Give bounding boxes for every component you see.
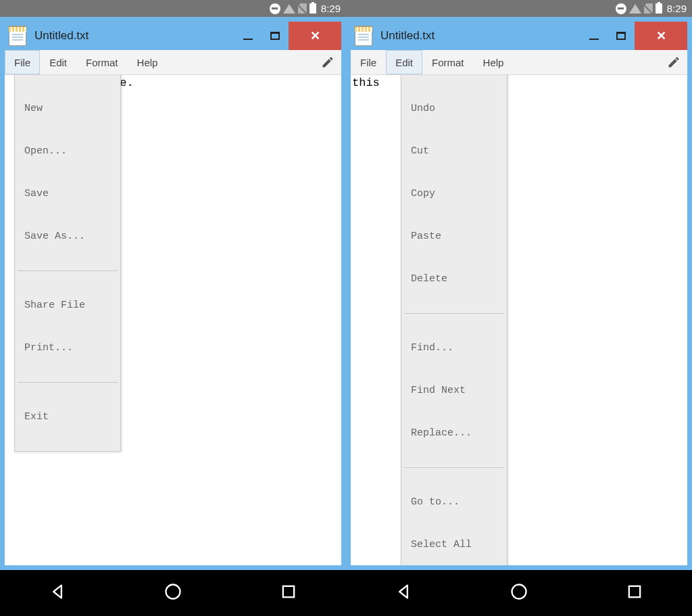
- screenshot-left: 8:29 Untitled.txt ✕ File Edit Format Hel…: [0, 0, 346, 570]
- file-menu-dropdown: New Open... Save Save As... Share File P…: [14, 75, 121, 452]
- file-menu-exit[interactable]: Exit: [15, 407, 120, 427]
- notepad-app-icon: [9, 26, 26, 46]
- svg-rect-3: [628, 586, 639, 597]
- menu-format[interactable]: Format: [422, 50, 474, 74]
- menubar: File Edit Format Help: [5, 50, 341, 75]
- edit-menu-selectall[interactable]: Select All: [401, 535, 507, 554]
- dnd-icon: [616, 3, 626, 14]
- window-buttons: ✕: [580, 22, 687, 50]
- menu-help[interactable]: Help: [474, 50, 514, 74]
- edit-menu-copy[interactable]: Copy: [401, 184, 507, 204]
- file-menu-share[interactable]: Share File: [15, 295, 120, 315]
- file-menu-open[interactable]: Open...: [15, 141, 120, 161]
- edit-menu-undo[interactable]: Undo: [401, 99, 507, 118]
- battery-icon: [310, 3, 316, 14]
- minimize-button[interactable]: [580, 22, 608, 50]
- edit-menu-paste[interactable]: Paste: [401, 227, 507, 246]
- maximize-button[interactable]: [262, 22, 289, 50]
- status-bar: 8:29: [0, 0, 346, 17]
- window-buttons: ✕: [234, 22, 341, 50]
- menu-edit[interactable]: Edit: [40, 50, 76, 74]
- text-area[interactable]: te. New Open... Save Save As... Share Fi…: [5, 75, 341, 565]
- notepad-window: Untitled.txt ✕ File Edit Format Help te.: [4, 21, 342, 566]
- text-area[interactable]: this Undo Cut Copy Paste Delete Find... …: [351, 75, 687, 565]
- edit-menu-find[interactable]: Find...: [401, 338, 507, 358]
- recent-apps-button[interactable]: [625, 582, 644, 604]
- pencil-icon[interactable]: [321, 55, 335, 69]
- wifi-icon: [283, 4, 295, 14]
- window-title: Untitled.txt: [380, 29, 580, 43]
- dnd-icon: [270, 3, 280, 14]
- edit-menu-goto[interactable]: Go to...: [401, 492, 507, 512]
- text-fragment: this: [352, 76, 380, 89]
- edit-menu-cut[interactable]: Cut: [401, 141, 507, 161]
- status-clock: 8:29: [321, 3, 341, 14]
- screenshot-right: 8:29 Untitled.txt ✕ File Edit Format Hel…: [346, 0, 692, 570]
- notepad-window: Untitled.txt ✕ File Edit Format Help thi…: [350, 21, 688, 566]
- menu-file[interactable]: File: [5, 50, 40, 74]
- close-button[interactable]: ✕: [289, 22, 341, 50]
- svg-point-0: [166, 585, 180, 599]
- edit-menu-delete[interactable]: Delete: [401, 269, 507, 289]
- pencil-icon[interactable]: [667, 55, 681, 69]
- menubar: File Edit Format Help: [351, 50, 687, 75]
- status-clock: 8:29: [667, 3, 687, 14]
- app-area: Untitled.txt ✕ File Edit Format Help te.: [0, 17, 346, 570]
- titlebar: Untitled.txt ✕: [5, 22, 341, 50]
- menu-separator: [404, 313, 504, 314]
- home-button[interactable]: [510, 582, 528, 604]
- titlebar: Untitled.txt ✕: [351, 22, 687, 50]
- edit-menu-dropdown: Undo Cut Copy Paste Delete Find... Find …: [401, 75, 508, 565]
- menu-file[interactable]: File: [351, 50, 386, 74]
- menu-help[interactable]: Help: [128, 50, 168, 74]
- file-menu-new[interactable]: New: [15, 99, 120, 118]
- notepad-app-icon: [355, 26, 372, 46]
- menu-separator: [18, 270, 118, 271]
- battery-icon: [656, 3, 662, 14]
- edit-menu-findnext[interactable]: Find Next: [401, 381, 507, 400]
- menu-separator: [404, 467, 504, 468]
- file-menu-save[interactable]: Save: [15, 184, 120, 204]
- no-sim-icon: [298, 3, 307, 14]
- window-title: Untitled.txt: [34, 29, 234, 43]
- status-bar: 8:29: [346, 0, 692, 17]
- close-button[interactable]: ✕: [635, 22, 687, 50]
- svg-rect-1: [282, 586, 293, 597]
- file-menu-saveas[interactable]: Save As...: [15, 227, 120, 246]
- recent-apps-button[interactable]: [279, 582, 298, 604]
- menu-format[interactable]: Format: [76, 50, 128, 74]
- back-button[interactable]: [394, 582, 413, 604]
- wifi-icon: [629, 4, 641, 14]
- back-button[interactable]: [48, 582, 67, 604]
- edit-menu-replace[interactable]: Replace...: [401, 423, 507, 443]
- menu-separator: [18, 382, 118, 383]
- home-button[interactable]: [164, 582, 182, 604]
- svg-point-2: [512, 585, 526, 599]
- minimize-button[interactable]: [234, 22, 262, 50]
- app-area: Untitled.txt ✕ File Edit Format Help thi…: [346, 17, 692, 570]
- file-menu-print[interactable]: Print...: [15, 338, 120, 358]
- android-navbar: [0, 570, 692, 616]
- maximize-button[interactable]: [608, 22, 635, 50]
- menu-edit[interactable]: Edit: [386, 50, 422, 74]
- no-sim-icon: [644, 3, 653, 14]
